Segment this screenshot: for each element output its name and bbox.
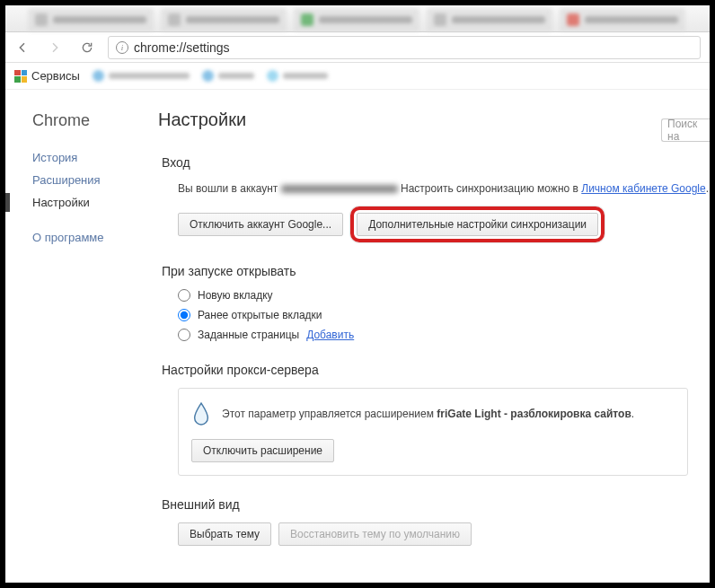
login-heading: Вход <box>162 155 710 170</box>
bookmarks-bar: Сервисы <box>5 63 710 90</box>
browser-tab[interactable] <box>560 8 685 31</box>
proxy-heading: Настройки прокси-сервера <box>162 363 710 377</box>
reload-button[interactable] <box>75 36 99 59</box>
reload-icon <box>80 40 94 55</box>
browser-tab[interactable] <box>161 8 287 31</box>
bookmark-item[interactable] <box>202 70 254 82</box>
url-input[interactable] <box>134 40 693 55</box>
browser-tab[interactable] <box>294 8 419 31</box>
sidebar-item-about[interactable]: О программе <box>32 226 149 249</box>
proxy-text: Этот параметр управляется расширением fr… <box>222 406 634 423</box>
browser-tab[interactable] <box>427 8 552 31</box>
radio-specific-input[interactable] <box>178 329 190 341</box>
frigate-extension-icon <box>191 401 211 426</box>
toolbar: i <box>5 32 710 63</box>
radio-previous[interactable]: Ранее открытые вкладки <box>178 309 710 321</box>
radio-newtab-label: Новую вкладку <box>198 289 273 302</box>
bookmark-item[interactable] <box>93 70 190 82</box>
apps-icon <box>14 70 27 83</box>
arrow-right-icon <box>48 40 62 55</box>
advanced-sync-settings-button[interactable]: Дополнительные настройки синхронизации <box>357 213 598 236</box>
back-button[interactable] <box>11 36 34 59</box>
arrow-left-icon <box>15 40 30 55</box>
proxy-managed-box: Этот параметр управляется расширением fr… <box>178 388 688 476</box>
bookmark-item[interactable] <box>267 70 328 82</box>
info-icon: i <box>116 41 128 54</box>
sidebar: Chrome История Расширения Настройки О пр… <box>5 90 149 583</box>
google-dashboard-link[interactable]: Личном кабинете Google <box>581 182 705 195</box>
apps-button[interactable]: Сервисы <box>14 69 80 83</box>
browser-tab[interactable] <box>28 8 154 31</box>
login-text: Вы вошли в аккаунт Настроить синхронизац… <box>178 180 710 197</box>
highlight-annotation: Дополнительные настройки синхронизации <box>350 206 605 242</box>
sidebar-item-extensions[interactable]: Расширения <box>32 169 149 191</box>
sidebar-item-history[interactable]: История <box>32 146 149 169</box>
forward-button[interactable] <box>43 36 66 59</box>
startup-heading: При запуске открывать <box>162 264 710 278</box>
section-appearance: Внешний вид Выбрать тему Восстановить те… <box>158 497 710 546</box>
chrome-logo-text: Chrome <box>32 111 149 130</box>
sidebar-item-settings[interactable]: Настройки <box>32 191 149 214</box>
extension-name: friGate Light - разблокировка сайтов <box>437 408 631 420</box>
omnibox[interactable]: i <box>108 36 701 59</box>
choose-theme-button[interactable]: Выбрать тему <box>178 522 271 546</box>
restore-theme-button[interactable]: Восстановить тему по умолчанию <box>278 522 472 546</box>
radio-specific[interactable]: Заданные страницы Добавить <box>178 329 710 341</box>
page-title: Настройки <box>158 110 710 130</box>
radio-previous-label: Ранее открытые вкладки <box>198 309 322 321</box>
section-proxy: Настройки прокси-сервера Этот параметр у… <box>158 363 710 476</box>
radio-newtab-input[interactable] <box>178 289 190 302</box>
add-pages-link[interactable]: Добавить <box>306 329 354 341</box>
settings-search[interactable]: Поиск на <box>661 118 710 142</box>
appearance-heading: Внешний вид <box>162 497 710 512</box>
account-email-redacted <box>281 185 398 193</box>
radio-specific-label: Заданные страницы <box>198 329 299 341</box>
section-startup: При запуске открывать Новую вкладку Ране… <box>158 264 710 341</box>
tab-strip <box>5 5 710 32</box>
main-content: Настройки Поиск на Вход Вы вошли в аккау… <box>149 90 710 583</box>
apps-label: Сервисы <box>31 69 80 83</box>
radio-newtab[interactable]: Новую вкладку <box>178 289 710 302</box>
disconnect-account-button[interactable]: Отключить аккаунт Google... <box>178 213 343 236</box>
radio-previous-input[interactable] <box>178 309 190 321</box>
search-placeholder: Поиск на <box>667 118 708 142</box>
section-login: Вход Вы вошли в аккаунт Настроить синхро… <box>158 155 710 242</box>
disable-extension-button[interactable]: Отключить расширение <box>191 439 334 462</box>
